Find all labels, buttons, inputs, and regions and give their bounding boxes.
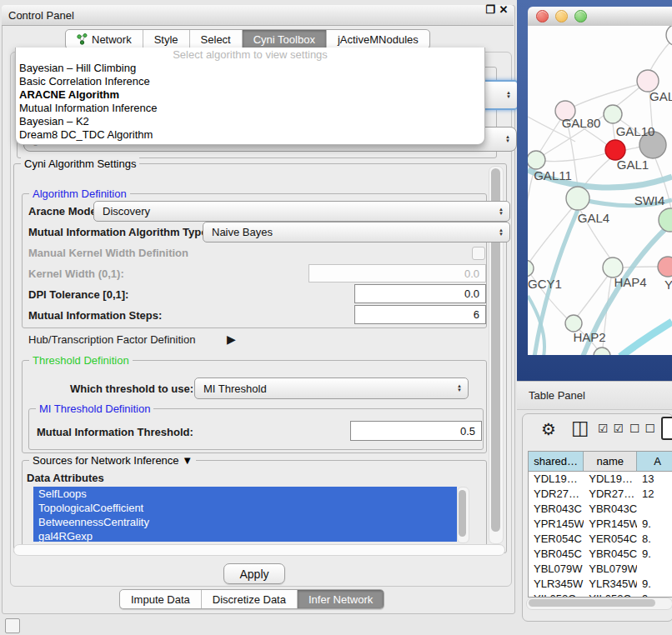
- cell: YLR345W: [584, 577, 637, 592]
- table-row[interactable]: YBR043CYBR043C: [529, 502, 672, 517]
- tab-label: jActiveMNodules: [338, 33, 419, 46]
- network-node-gal11[interactable]: [528, 151, 545, 169]
- tab-infer-network[interactable]: Infer Network: [298, 590, 384, 608]
- network-edge[interactable]: [574, 83, 642, 107]
- which-threshold-combo[interactable]: MI Threshold: [194, 378, 469, 399]
- network-edge-thick[interactable]: [620, 322, 672, 355]
- table-panel-titlebar: Table Panel: [517, 381, 672, 410]
- sources-group-title: Sources for Network Inference ▼: [29, 454, 196, 467]
- dropdown-item-dream8-dc-tdc-algorithm[interactable]: Dream8 DC_TDC Algorithm: [16, 128, 484, 142]
- tab-cyni-toolbox[interactable]: Cyni Toolbox: [243, 30, 327, 48]
- hide-columns-icon[interactable]: ☐ ☐: [629, 422, 656, 435]
- kernel-width-field[interactable]: 0.0: [308, 264, 486, 282]
- column-header-a[interactable]: A: [637, 452, 672, 472]
- tab-label: Network: [92, 33, 132, 46]
- dropdown-item-bayesian-k2[interactable]: Bayesian – K2: [16, 115, 484, 128]
- table-hscrollbar-thumb[interactable]: [529, 599, 655, 607]
- node-table[interactable]: shared…nameA YDL19…YDL19…13YDR27…YDR27…1…: [528, 451, 672, 598]
- network-canvas[interactable]: GALGAL80GAL10GAL1GAL11GAL4SWI4GCY1HAP4YH…: [528, 26, 672, 355]
- column-header-name[interactable]: name: [584, 452, 637, 472]
- cell: YBL079W: [584, 562, 637, 577]
- attribute-gal4rgexp[interactable]: gal4RGexp: [33, 529, 457, 542]
- close-panel-icon[interactable]: ✕: [497, 3, 510, 16]
- network-edge[interactable]: [623, 267, 658, 268]
- collapsed-panel-icon[interactable]: [5, 618, 20, 633]
- node-label-swi4: SWI4: [634, 193, 665, 208]
- network-node-gal4[interactable]: [566, 187, 589, 210]
- window-minimize-button[interactable]: [555, 10, 568, 22]
- network-edge[interactable]: [613, 123, 615, 141]
- network-edge[interactable]: [544, 153, 606, 162]
- which-threshold-label: Which threshold to use:: [70, 382, 193, 395]
- mi-steps-field[interactable]: 6: [354, 305, 486, 324]
- network-edge[interactable]: [528, 169, 534, 260]
- gear-icon[interactable]: ⚙: [541, 419, 556, 439]
- table-hscrollbar[interactable]: [526, 598, 672, 610]
- network-node-gal10[interactable]: [604, 105, 622, 123]
- tab-discretize-data[interactable]: Discretize Data: [202, 590, 298, 608]
- node-label-gal1: GAL1: [617, 158, 649, 172]
- export-table-icon[interactable]: [661, 417, 672, 440]
- tab-select[interactable]: Select: [190, 30, 243, 48]
- attributes-scrollbar-thumb[interactable]: [459, 490, 466, 537]
- dropdown-item-basic-correlation-inference[interactable]: Basic Correlation Inference: [16, 75, 484, 88]
- attribute-topologicalcoefficient[interactable]: TopologicalCoefficient: [33, 501, 457, 515]
- tab-label: Discretize Data: [213, 593, 286, 606]
- combo-arrows-icon: [505, 135, 510, 143]
- table-row[interactable]: YPR145WYPR145W9.: [529, 517, 672, 532]
- network-graph[interactable]: GALGAL80GAL10GAL1GAL11GAL4SWI4GCY1HAP4YH…: [528, 26, 672, 355]
- attribute-betweennesscentrality[interactable]: BetweennessCentrality: [33, 515, 457, 529]
- network-tab-icon: [77, 33, 88, 45]
- tab-network[interactable]: Network: [66, 30, 143, 48]
- data-attributes-list[interactable]: SelfLoopsTopologicalCoefficientBetweenne…: [33, 487, 457, 542]
- network-node-swi4[interactable]: [659, 208, 672, 232]
- aracne-mode-combo[interactable]: Discovery: [93, 201, 510, 222]
- network-node-y[interactable]: [658, 257, 672, 277]
- node-label-gal80: GAL80: [562, 116, 601, 130]
- network-node-hap2[interactable]: [565, 315, 582, 332]
- table-row[interactable]: YDL19…YDL19…13: [529, 472, 672, 487]
- dpi-tolerance-field[interactable]: 0.0: [354, 284, 486, 303]
- table-row[interactable]: YBL079WYBL079W: [529, 562, 672, 577]
- aracne-mode-value: Discovery: [103, 205, 150, 218]
- table-row[interactable]: YER054CYER054C8.: [529, 532, 672, 547]
- table-row[interactable]: YDR27…YDR27…12: [529, 487, 672, 502]
- cell: YBR045C: [529, 547, 584, 562]
- dropdown-items: Bayesian – Hill ClimbingBasic Correlatio…: [16, 62, 484, 142]
- settings-hscrollbar[interactable]: [13, 544, 505, 556]
- tab-style[interactable]: Style: [143, 30, 190, 48]
- node-label-y: Y: [664, 278, 672, 292]
- tab-label: Select: [201, 33, 231, 46]
- tab-label: Infer Network: [308, 593, 373, 606]
- show-columns-icon[interactable]: ☑ ☑: [598, 422, 624, 435]
- float-panel-icon[interactable]: ❐: [484, 3, 497, 16]
- network-node[interactable]: [594, 348, 610, 355]
- columns-icon[interactable]: ◫: [571, 417, 589, 439]
- mi-threshold-field[interactable]: 0.5: [350, 421, 482, 441]
- cell: 9.: [637, 547, 672, 562]
- network-node[interactable]: [666, 26, 672, 46]
- table-row[interactable]: YBR045CYBR045C9.: [529, 547, 672, 562]
- window-close-button[interactable]: [536, 10, 549, 22]
- apply-button[interactable]: Apply: [223, 563, 285, 584]
- tab-impute-data[interactable]: Impute Data: [120, 590, 202, 608]
- dropdown-item-bayesian-hill-climbing[interactable]: Bayesian – Hill Climbing: [16, 62, 484, 75]
- manual-kernel-checkbox[interactable]: [472, 247, 485, 260]
- window-zoom-button[interactable]: [574, 10, 587, 22]
- mi-type-combo[interactable]: Naive Bayes: [203, 222, 510, 242]
- table-row[interactable]: YIL052CYIL052C9: [529, 592, 672, 598]
- cell: YLR345W: [529, 577, 584, 592]
- network-node-gcy1[interactable]: [528, 260, 534, 277]
- hub-definition-expander-label[interactable]: Hub/Transcription Factor Definition: [28, 333, 195, 346]
- column-header-shared-[interactable]: shared…: [529, 452, 584, 472]
- attribute-selfloops[interactable]: SelfLoops: [33, 487, 457, 501]
- tab-jactivemnodules[interactable]: jActiveMNodules: [327, 30, 429, 48]
- dropdown-item-aracne-algorithm[interactable]: ARACNE Algorithm: [16, 88, 484, 102]
- dropdown-item-mutual-information-inference[interactable]: Mutual Information Inference: [16, 102, 484, 115]
- hub-expander-arrow-icon[interactable]: ▶: [227, 332, 236, 346]
- cell: YBR043C: [529, 502, 584, 517]
- cell: 9: [637, 592, 672, 598]
- sources-collapse-arrow-icon[interactable]: ▼: [182, 454, 193, 467]
- table-row[interactable]: YLR345WYLR345W9.: [529, 577, 672, 592]
- node-label-gal: GAL: [649, 89, 672, 103]
